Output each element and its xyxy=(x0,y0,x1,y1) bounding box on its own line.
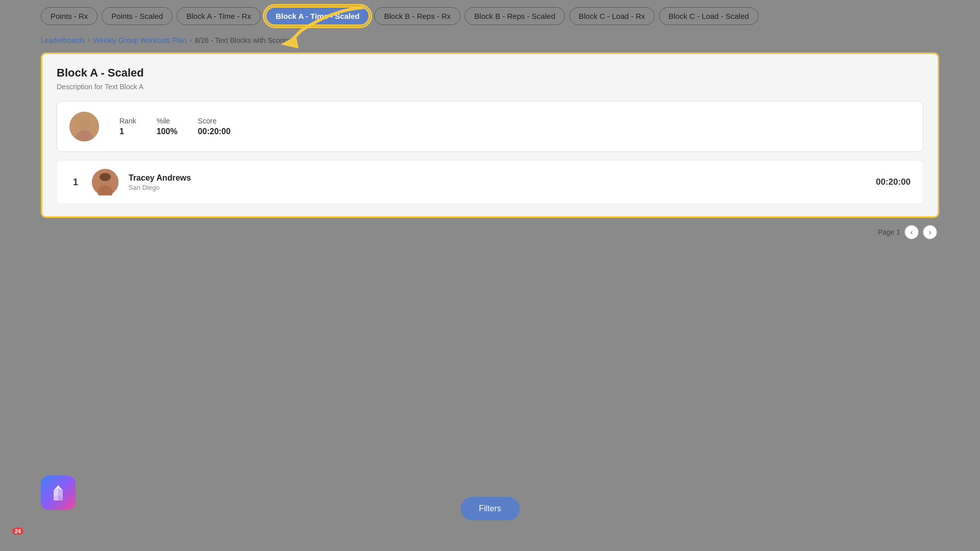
pagination: Page 1 ‹ › xyxy=(41,225,939,239)
breadcrumb-current: 8/26 - Text Blocks with Scoring xyxy=(195,36,292,44)
summary-row: Rank 1 %ile 100% Score 00:20:00 xyxy=(57,101,923,152)
breadcrumb-parent[interactable]: Weekly Group Workouts Plan xyxy=(93,36,186,44)
percentile-label: %ile xyxy=(157,117,178,125)
next-page-button[interactable]: › xyxy=(923,225,937,239)
breadcrumb-home[interactable]: Leaderboards xyxy=(41,36,85,44)
tab-block-a-time-scaled[interactable]: Block A - Time - Scaled xyxy=(265,6,371,26)
tab-block-c-load-scaled[interactable]: Block C - Load - Scaled xyxy=(659,7,759,25)
page-label: Page 1 xyxy=(878,228,900,236)
tab-block-b-reps-scaled[interactable]: Block B - Reps - Scaled xyxy=(464,7,565,25)
athlete-avatar xyxy=(92,169,118,195)
athlete-location: San Diego xyxy=(129,184,866,191)
breadcrumb-sep-1: › xyxy=(88,37,90,44)
card-description: Description for Text Block A xyxy=(57,83,923,91)
app-icon[interactable] xyxy=(41,475,76,510)
breadcrumb: Leaderboards › Weekly Group Workouts Pla… xyxy=(0,32,980,53)
tab-bar: Points - Rx Points - Scaled Block A - Ti… xyxy=(0,0,980,32)
rank-label: Rank xyxy=(119,117,136,125)
tab-block-c-load-rx[interactable]: Block C - Load - Rx xyxy=(569,7,655,25)
percentile-group: %ile 100% xyxy=(157,117,178,136)
card-title: Block A - Scaled xyxy=(57,66,923,80)
athlete-name: Tracey Andrews xyxy=(129,173,866,183)
filters-button[interactable]: Filters xyxy=(460,497,520,520)
rank-group: Rank 1 xyxy=(119,117,136,136)
breadcrumb-sep-2: › xyxy=(190,37,192,44)
svg-point-9 xyxy=(100,173,111,181)
tab-block-a-time-rx[interactable]: Block A - Time - Rx xyxy=(177,7,261,25)
tab-points-scaled[interactable]: Points - Scaled xyxy=(102,7,173,25)
percentile-value: 100% xyxy=(157,127,178,136)
svg-point-4 xyxy=(79,118,89,129)
avatar-summary xyxy=(69,112,99,141)
score-value: 00:20:00 xyxy=(198,127,231,136)
prev-page-button[interactable]: ‹ xyxy=(904,225,919,239)
tab-block-b-reps-rx[interactable]: Block B - Reps - Rx xyxy=(374,7,460,25)
leaderboard-row: 1 Tracey Andrews San Diego 00:20:00 xyxy=(57,160,923,204)
tab-points-rx[interactable]: Points - Rx xyxy=(41,7,97,25)
athlete-rank: 1 xyxy=(69,177,82,188)
score-label: Score xyxy=(198,117,231,125)
athlete-score: 00:20:00 xyxy=(876,177,911,187)
notification-badge: 24 xyxy=(12,528,23,535)
score-group: Score 00:20:00 xyxy=(198,117,231,136)
rank-value: 1 xyxy=(119,127,136,136)
main-card: Block A - Scaled Description for Text Bl… xyxy=(41,53,939,218)
athlete-info: Tracey Andrews San Diego xyxy=(129,173,866,191)
